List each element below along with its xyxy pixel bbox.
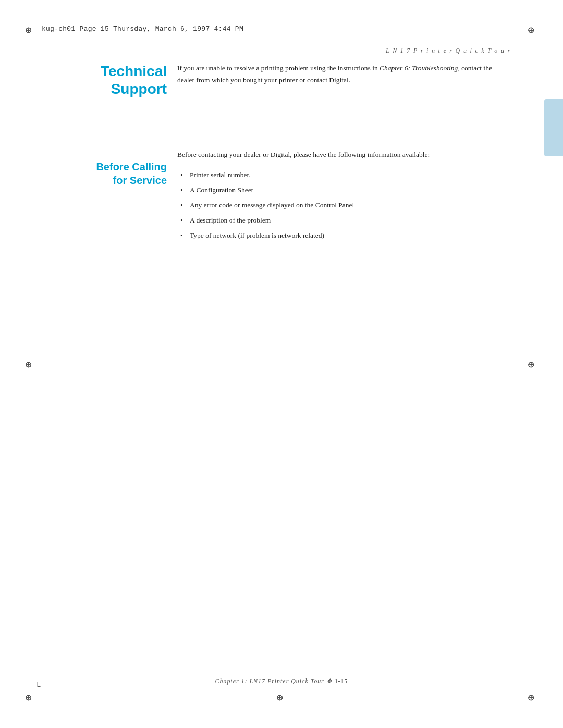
heading-before-line2: for Service xyxy=(52,174,167,187)
body-text-before-italic: If you are unable to resolve a printing … xyxy=(177,64,380,72)
footer-text: Chapter 1: LN17 Printer Quick Tour ❖ 1-1… xyxy=(215,677,348,685)
heading-technical-line1: Technical xyxy=(52,63,167,80)
footer-chapter: Chapter 1: LN17 Printer Quick Tour ❖ xyxy=(215,677,335,685)
footer: Chapter 1: LN17 Printer Quick Tour ❖ 1-1… xyxy=(52,677,511,685)
file-info: kug-ch01 Page 15 Thursday, March 6, 1997… xyxy=(42,25,243,33)
right-column: If you are unable to resolve a printing … xyxy=(177,63,511,245)
rule-top xyxy=(25,38,538,38)
rule-bottom xyxy=(25,690,538,690)
footer-page-number: 1-15 xyxy=(335,677,348,685)
list-item: Type of network (if problem is network r… xyxy=(177,230,511,242)
list-item: A Configuration Sheet xyxy=(177,184,511,196)
running-header: L N 1 7 P r i n t e r Q u i c k T o u r xyxy=(386,47,511,55)
before-calling-intro: Before contacting your dealer or Digital… xyxy=(177,149,511,161)
list-item: A description of the problem xyxy=(177,215,511,227)
list-item: Any error code or message displayed on t… xyxy=(177,200,511,212)
reg-mark-top-right: ⊕ xyxy=(528,25,538,35)
heading-technical-support: Technical Support xyxy=(52,63,167,97)
reg-mark-mid-left: ⊕ xyxy=(25,360,35,370)
corner-l-mark: L xyxy=(36,681,41,689)
heading-before-line1: Before Calling xyxy=(52,160,167,174)
reg-mark-bottom-right: ⊕ xyxy=(528,693,538,703)
list-item: Printer serial number. xyxy=(177,169,511,181)
left-column: Technical Support Before Calling for Ser… xyxy=(52,63,167,187)
heading-technical-line2: Support xyxy=(52,80,167,98)
heading-before-calling: Before Calling for Service xyxy=(52,160,167,187)
reg-mark-mid-right: ⊕ xyxy=(528,360,538,370)
bullet-list: Printer serial number. A Configuration S… xyxy=(177,169,511,242)
technical-support-body: If you are unable to resolve a printing … xyxy=(177,63,511,87)
reg-mark-top-left: ⊕ xyxy=(25,25,35,35)
reg-mark-bottom-left: ⊕ xyxy=(25,693,35,703)
page: ⊕ kug-ch01 Page 15 Thursday, March 6, 19… xyxy=(0,0,563,728)
body-text-italic: Chapter 6: Troubleshooting xyxy=(380,64,458,72)
reg-mark-bottom-center: ⊕ xyxy=(276,693,287,703)
blue-tab xyxy=(544,99,563,156)
